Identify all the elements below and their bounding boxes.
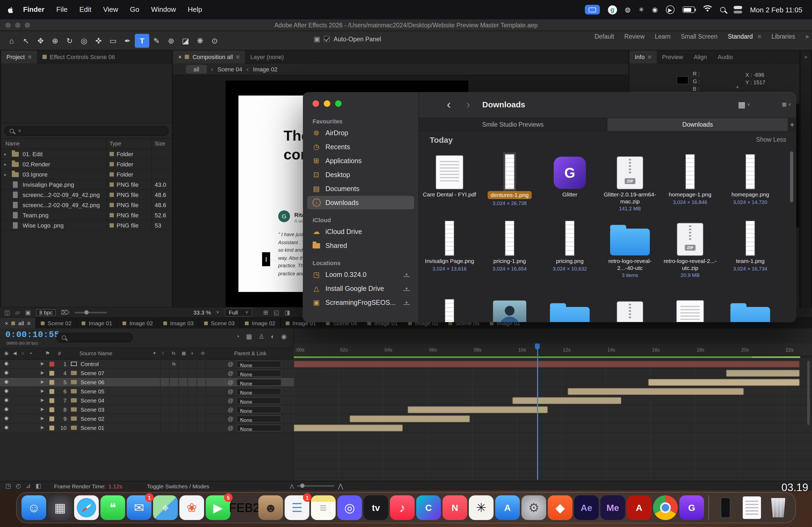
grammarly-icon[interactable]: g	[608, 5, 617, 14]
eye-icon[interactable]: ◉	[4, 416, 9, 421]
switch-cell[interactable]	[151, 369, 161, 377]
ae-window-controls[interactable]	[5, 22, 30, 28]
parent-pickwhip-icon[interactable]: @	[228, 416, 233, 422]
frame-blending-icon[interactable]: ◐	[271, 333, 275, 340]
switch-cell[interactable]	[161, 396, 170, 404]
toggle-switches-modes[interactable]: Toggle Switches / Modes	[147, 483, 209, 489]
workspace-overflow-icon[interactable]: »	[805, 33, 809, 40]
eye-icon[interactable]: ◉	[4, 370, 9, 375]
sidebar-item-loom-0-324-0[interactable]: ◳Loom 0.324.0▲	[307, 268, 414, 281]
expand-icon[interactable]: ▶	[41, 407, 44, 412]
file-item-partial-1[interactable]	[480, 297, 540, 322]
sidebar-item-icloud-drive[interactable]: ☁iCloud Drive	[307, 225, 414, 238]
file-item-glitter[interactable]: GGlitter	[540, 152, 600, 198]
switch-cell[interactable]	[197, 396, 206, 404]
sidebar-item-downloads[interactable]: ↓Downloads	[307, 196, 414, 209]
magnification-select[interactable]: Full˅	[224, 308, 252, 317]
switch-cell[interactable]	[161, 369, 170, 377]
workspace-learn[interactable]: Learn	[655, 33, 671, 40]
dock-item-photo-booth[interactable]: ☻	[258, 495, 283, 520]
parent-pickwhip-icon[interactable]: @	[228, 397, 233, 404]
switch-cell[interactable]	[197, 388, 206, 395]
switch-cell[interactable]	[170, 406, 179, 413]
transfer-controls-icon[interactable]: ◧	[35, 482, 41, 490]
layer-switches[interactable]	[151, 388, 206, 395]
file-item-care-dental-fyi-pdf[interactable]: Care Dental - FYI.pdf	[419, 152, 480, 198]
switch-cell[interactable]	[179, 396, 188, 404]
dock-item-iphone-mirroring[interactable]	[713, 495, 738, 520]
switch-cell[interactable]	[179, 424, 188, 432]
menu-item-edit[interactable]: Edit	[73, 0, 97, 19]
dock-item-maps[interactable]: ⌖	[153, 495, 178, 520]
status-icon-disc[interactable]: ◍	[625, 6, 630, 13]
switch-cell[interactable]	[188, 360, 197, 367]
text-tool[interactable]: T	[135, 33, 149, 47]
layer-bar-scene-02[interactable]	[350, 416, 470, 422]
file-item-partial-3[interactable]: ZIP	[600, 297, 660, 322]
status-icon-asterisk[interactable]: ✳	[639, 6, 644, 13]
new-tab-button[interactable]: +	[788, 118, 796, 131]
layer-name[interactable]: Scene 02	[81, 416, 104, 422]
dock-item-messages[interactable]: ❝	[100, 495, 125, 520]
view-options-icon[interactable]: ▦˅	[738, 100, 750, 109]
switch-cell[interactable]	[170, 378, 179, 386]
forward-button[interactable]: ›	[466, 98, 470, 111]
wifi-icon[interactable]	[703, 5, 712, 14]
search-options-icon[interactable]: ˅	[18, 128, 21, 134]
dock-item-system-settings[interactable]: ⚙	[521, 495, 546, 520]
switch-cell[interactable]	[197, 360, 206, 367]
menu-item-help[interactable]: Help	[182, 0, 208, 19]
dock-item-app-store[interactable]: A	[495, 495, 520, 520]
dock-item-apple-tv[interactable]: tv	[364, 495, 388, 520]
label-color-swatch[interactable]	[49, 407, 54, 412]
switch-cell[interactable]	[197, 406, 206, 413]
timeline-tab-image-01-2[interactable]: Image 01	[77, 318, 118, 328]
tab-effect-controls[interactable]: Effect Controls Scene 06	[37, 50, 120, 63]
dock-item-reminders[interactable]: ☰1	[285, 495, 309, 520]
thumbnail-size-slider[interactable]	[75, 312, 107, 313]
shy-layers-icon[interactable]: ♙	[259, 333, 264, 340]
project-row-screenc-2-02-09-49-42-png[interactable]: screenc...2-02-09_49_42.pngPNG file48.6	[1, 200, 172, 210]
playhead[interactable]	[537, 345, 538, 480]
switch-cell[interactable]	[197, 424, 206, 432]
menu-item-view[interactable]: View	[97, 0, 124, 19]
layer-name[interactable]: Scene 07	[81, 370, 104, 376]
expand-icon[interactable]: ▶	[41, 425, 44, 430]
parent-dropdown[interactable]: None˅	[236, 379, 281, 386]
layer-row-control[interactable]: ◉▶1Controlfx@None˅	[0, 360, 294, 369]
app-menu-finder[interactable]: Finder	[17, 0, 50, 19]
zoom-tool[interactable]: ⊕	[48, 33, 62, 47]
tab-project[interactable]: Project≡	[1, 50, 37, 63]
expand-icon[interactable]: ▶	[41, 379, 44, 384]
menu-item-window[interactable]: Window	[145, 0, 182, 19]
switch-cell[interactable]	[161, 406, 170, 413]
timeline-zoom-control[interactable]: ⋀ ⋀	[290, 482, 343, 490]
new-folder-icon[interactable]: ▱	[15, 309, 20, 316]
switch-cell[interactable]	[188, 396, 197, 404]
auto-open-checkbox[interactable]	[324, 36, 330, 42]
dock-item-document[interactable]	[740, 495, 764, 520]
layer-row-scene-02[interactable]: ◉▶9Scene 02@None˅	[0, 414, 294, 423]
expand-icon[interactable]: ▶	[41, 389, 44, 393]
expand-icon[interactable]: ▶	[41, 370, 44, 375]
layer-bar-scene-03[interactable]	[407, 406, 548, 413]
eye-icon[interactable]: ◉	[4, 379, 9, 384]
panel-menu-icon[interactable]: ≡	[236, 54, 240, 60]
parent-dropdown[interactable]: None˅	[236, 424, 281, 431]
switch-cell[interactable]	[197, 415, 206, 422]
file-item-pricing-1-png[interactable]: pricing-1.png3,024 × 16,654	[480, 222, 540, 272]
switch-cell[interactable]	[151, 424, 161, 432]
layer-bar-scene-01[interactable]	[294, 424, 403, 432]
dock-item-brave[interactable]: ◆	[548, 495, 572, 520]
project-row-03-ignore[interactable]: ▸03.IgnoreFolder	[1, 169, 172, 180]
layer-switches[interactable]	[151, 406, 206, 413]
project-search-field[interactable]: ˅	[4, 126, 169, 136]
switch-cell[interactable]	[161, 360, 170, 367]
sidebar-item-documents[interactable]: ▤Documents	[307, 182, 414, 195]
timeline-tab-all-0[interactable]: ×all≡	[0, 318, 36, 328]
switch-cell[interactable]	[161, 388, 170, 395]
dock-item-media-encoder[interactable]: Me	[600, 495, 625, 520]
dock-item-after-effects[interactable]: Ae	[574, 495, 599, 520]
dock-item-glitter[interactable]: G	[679, 495, 704, 520]
workspace-small-screen[interactable]: Small Screen	[681, 33, 717, 40]
